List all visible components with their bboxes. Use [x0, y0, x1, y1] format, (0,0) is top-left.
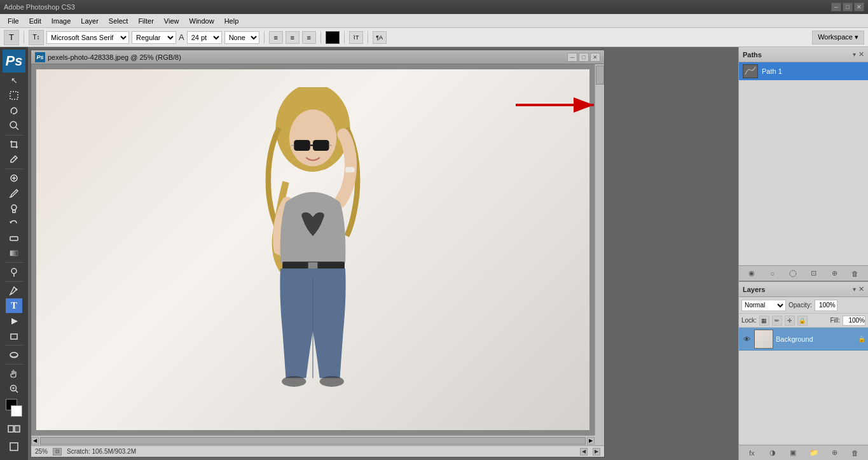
camera-icon[interactable]: ⊡ — [53, 448, 62, 456]
title-bar: Adobe Photoshop CS3 ─ □ ✕ — [0, 0, 868, 14]
menu-window[interactable]: Window — [184, 16, 219, 26]
warp-text-btn[interactable]: ⌇T — [349, 31, 363, 44]
tool-separator-2 — [4, 169, 24, 169]
separator-5 — [368, 31, 368, 44]
scroll-right-btn[interactable]: ▶ — [587, 437, 595, 445]
horizontal-scrollbar[interactable]: ◀ ▶ — [31, 435, 595, 445]
layer-mask-btn[interactable]: ◑ — [767, 447, 778, 459]
svg-point-10 — [11, 268, 17, 274]
move-tool[interactable]: ↖ — [6, 73, 22, 88]
char-panel-btn[interactable]: ¶A — [373, 31, 387, 44]
layer-visibility-toggle[interactable]: 👁 — [741, 334, 752, 344]
menu-file[interactable]: File — [3, 16, 24, 26]
path-select-tool[interactable] — [6, 314, 22, 328]
heal-tool[interactable] — [6, 171, 22, 186]
new-layer-btn[interactable]: ⊕ — [829, 447, 840, 459]
new-group-btn[interactable]: 📁 — [808, 447, 820, 459]
dodge-tool[interactable] — [6, 265, 22, 279]
prev-nav-btn[interactable]: ◀ — [580, 448, 588, 456]
tool-separator-4 — [4, 281, 24, 282]
shape-tool[interactable] — [6, 329, 22, 344]
svg-rect-21 — [10, 443, 18, 450]
fill-input[interactable] — [843, 316, 865, 326]
layers-panel-collapse[interactable]: ▾ — [853, 286, 856, 293]
quick-mask-btn[interactable] — [6, 421, 22, 437]
close-btn[interactable]: ✕ — [854, 3, 864, 11]
menu-help[interactable]: Help — [219, 16, 244, 26]
hand-tool[interactable] — [6, 366, 22, 381]
fill-path-btn[interactable]: ◉ — [746, 268, 757, 279]
doc-close-btn[interactable]: ✕ — [590, 53, 600, 62]
eraser-tool[interactable] — [6, 231, 22, 246]
delete-path-btn[interactable]: 🗑 — [850, 268, 861, 279]
lock-image-btn[interactable]: ✏ — [772, 316, 782, 326]
font-size-select[interactable]: 24 pt — [187, 31, 222, 44]
doc-minimize-btn[interactable]: ─ — [567, 53, 577, 62]
lasso-tool[interactable] — [6, 103, 22, 118]
font-style-select[interactable]: Regular — [132, 31, 176, 44]
color-pair — [4, 399, 24, 417]
text-tool[interactable]: T — [6, 298, 22, 313]
paths-panel-collapse[interactable]: ▾ — [853, 51, 856, 58]
zoom-tool[interactable] — [6, 381, 22, 396]
font-orient-icon[interactable]: T↕ — [29, 30, 44, 45]
next-nav-btn[interactable]: ▶ — [593, 448, 600, 456]
path-item-1[interactable]: Path 1 — [739, 62, 868, 80]
path-to-selection-btn[interactable] — [787, 268, 799, 279]
blend-mode-select[interactable]: Normal — [741, 300, 786, 311]
tool-separator-1 — [4, 135, 24, 136]
photo-background — [36, 69, 589, 430]
background-layer[interactable]: 👁 Background 🔒 — [739, 328, 868, 351]
doc-window-controls: ─ □ ✕ — [567, 53, 600, 62]
align-right-btn[interactable]: ≡ — [302, 31, 316, 44]
tool-separator-6 — [4, 364, 24, 365]
adjustment-layer-btn[interactable]: ▣ — [787, 447, 799, 459]
doc-restore-btn[interactable]: □ — [579, 53, 589, 62]
background-color[interactable] — [11, 405, 22, 417]
crop-tool[interactable] — [6, 137, 22, 151]
new-path-btn[interactable]: ⊕ — [829, 268, 840, 279]
marquee-tool[interactable] — [6, 88, 22, 103]
stroke-path-btn[interactable]: ○ — [767, 268, 778, 279]
align-left-btn[interactable]: ≡ — [269, 31, 283, 44]
3d-rotate-tool[interactable] — [6, 347, 22, 362]
align-center-btn[interactable]: ≡ — [286, 31, 300, 44]
workspace-button[interactable]: Workspace ▾ — [812, 31, 864, 45]
brush-tool[interactable] — [6, 186, 22, 200]
lock-position-btn[interactable]: ✛ — [785, 316, 795, 326]
lock-all-btn[interactable]: 🔒 — [797, 316, 808, 326]
gradient-tool[interactable] — [6, 246, 22, 261]
history-brush-tool[interactable] — [6, 216, 22, 231]
font-family-select[interactable]: Microsoft Sans Serif — [46, 31, 129, 44]
lock-transparent-btn[interactable]: ▦ — [759, 316, 769, 326]
menu-edit[interactable]: Edit — [24, 16, 46, 26]
layer-styles-btn[interactable]: fx — [746, 447, 757, 459]
minimize-btn[interactable]: ─ — [831, 3, 841, 11]
vertical-scrollbar[interactable] — [595, 64, 604, 435]
restore-btn[interactable]: □ — [843, 3, 853, 11]
selection-to-path-btn[interactable]: ⊡ — [808, 268, 820, 279]
eyedropper-tool[interactable] — [6, 152, 22, 167]
menu-filter[interactable]: Filter — [133, 16, 158, 26]
menu-select[interactable]: Select — [104, 16, 134, 26]
svg-rect-33 — [308, 263, 318, 270]
quick-select-tool[interactable] — [6, 118, 22, 133]
canvas-image[interactable] — [36, 69, 589, 430]
aa-select[interactable]: None — [224, 31, 259, 44]
menu-view[interactable]: View — [159, 16, 184, 26]
document-content: ◀ ▶ — [31, 64, 604, 445]
screen-mode-btn[interactable] — [6, 438, 22, 455]
svg-line-3 — [14, 157, 16, 159]
layers-panel-close[interactable]: ✕ — [858, 285, 864, 293]
pen-tool[interactable] — [6, 284, 22, 298]
paths-panel-content: Path 1 — [739, 62, 868, 265]
svg-point-5 — [11, 205, 17, 210]
menu-image[interactable]: Image — [46, 16, 76, 26]
text-color-swatch[interactable] — [326, 31, 340, 44]
delete-layer-btn[interactable]: 🗑 — [850, 447, 861, 459]
opacity-input[interactable] — [815, 300, 837, 311]
scroll-left-btn[interactable]: ◀ — [31, 437, 39, 445]
menu-layer[interactable]: Layer — [76, 16, 104, 26]
paths-panel-close[interactable]: ✕ — [858, 50, 864, 59]
clone-stamp-tool[interactable] — [6, 201, 22, 216]
